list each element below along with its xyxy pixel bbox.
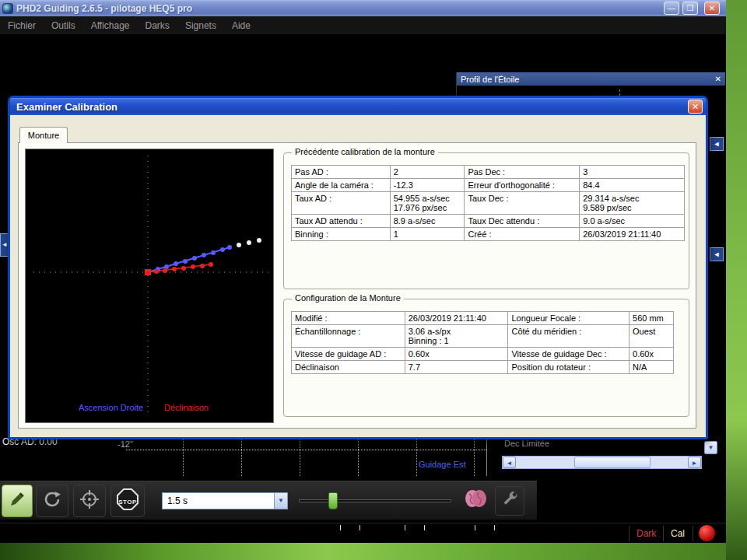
advanced-settings-button[interactable] xyxy=(461,486,490,516)
toolbar: STOP 1.5 s ▼ xyxy=(0,481,726,523)
minimize-button[interactable]: — xyxy=(664,2,679,15)
grid-line xyxy=(300,434,300,476)
table-row: Taux AD attendu :8.9 a-s/secTaux Dec att… xyxy=(292,215,685,228)
pencil-icon xyxy=(8,490,26,512)
table-label-cell: Position du rotateur : xyxy=(508,361,630,374)
guide-button[interactable] xyxy=(73,485,106,517)
grid-line xyxy=(126,450,486,450)
tab-monture[interactable]: Monture xyxy=(19,127,68,143)
table-value-cell: N/A xyxy=(630,361,674,374)
table-value-cell: 26/03/2019 21:11:40 xyxy=(405,312,508,325)
dialog-body: Monture Ascension Droite Déclinaison Pré… xyxy=(10,115,706,437)
table-label-cell: Déclinaison xyxy=(292,361,405,374)
horizontal-scrollbar[interactable]: ◄ ► xyxy=(502,456,702,469)
loop-icon xyxy=(42,489,62,513)
table-label-cell: Longueur Focale : xyxy=(508,312,630,325)
camera-select-button[interactable] xyxy=(2,485,33,517)
table-row: Vitesse de guidage AD :0.60xVitesse de g… xyxy=(292,348,674,361)
table-value-cell: 9.0 a-s/sec xyxy=(580,215,685,228)
table-value-cell: 7.7 xyxy=(405,361,508,374)
star-profile-titlebar: Profil de l'Étoile ✕ xyxy=(457,72,725,86)
menu-item-fichier[interactable]: Fichier xyxy=(8,20,36,31)
dark-status-label: Dark xyxy=(637,528,656,539)
table-value-cell: 29.314 a-s/sec 9.589 px/sec xyxy=(580,192,685,215)
table-label-cell: Angle de la caméra : xyxy=(292,179,391,192)
menu-item-signets[interactable]: Signets xyxy=(185,20,216,31)
calibration-dialog: Examiner Calibration ✕ Monture Ascension… xyxy=(8,96,708,439)
status-tick xyxy=(359,525,360,530)
table-value-cell: Ouest xyxy=(630,325,674,348)
chevron-down-icon[interactable]: ▼ xyxy=(274,493,287,509)
stop-button[interactable]: STOP xyxy=(110,485,145,517)
stretch-slider[interactable] xyxy=(299,492,451,509)
scrollbar-thumb[interactable] xyxy=(574,457,651,468)
status-separator xyxy=(693,526,693,541)
grid-line xyxy=(358,434,359,476)
table-label-cell: Taux AD attendu : xyxy=(292,215,391,228)
table-label-cell: Taux Dec attendu : xyxy=(465,215,580,228)
table-row: Taux AD :54.955 a-s/sec 17.976 px/secTau… xyxy=(292,192,685,215)
dialog-titlebar[interactable]: Examiner Calibration ✕ xyxy=(10,98,706,115)
target-icon xyxy=(79,489,100,513)
calibration-plot: Ascension Droite Déclinaison xyxy=(25,149,274,423)
close-icon[interactable]: ✕ xyxy=(715,75,721,83)
table-label-cell: Vitesse de guidage AD : xyxy=(292,348,405,361)
table-row: Déclinaison7.7Position du rotateur :N/A xyxy=(292,361,674,374)
status-separator xyxy=(663,526,664,541)
table-label-cell: Taux AD : xyxy=(292,192,391,215)
scroll-left-icon[interactable]: ◄ xyxy=(503,457,516,468)
dock-collapse-icon[interactable]: ◄ xyxy=(710,137,724,151)
status-tick xyxy=(340,525,341,530)
exposure-value: 1.5 s xyxy=(163,495,274,506)
table-label-cell: Créé : xyxy=(465,228,580,241)
graph-scale-label: -12" xyxy=(117,439,133,449)
table-row: Angle de la caméra :-12.3Erreur d'orthog… xyxy=(292,179,685,192)
table-label-cell: Vitesse de guidage Dec : xyxy=(508,348,630,361)
desktop-wallpaper xyxy=(0,543,726,560)
status-lamp-icon xyxy=(699,525,715,541)
group-title: Configuration de la Monture xyxy=(292,293,404,303)
close-button[interactable]: ✕ xyxy=(704,2,720,15)
dialog-title: Examiner Calibration xyxy=(16,101,117,113)
maximize-button[interactable]: ❒ xyxy=(682,2,698,15)
loop-exposure-button[interactable] xyxy=(36,485,68,517)
dock-collapse-icon[interactable]: ◄ xyxy=(710,247,724,261)
app-icon xyxy=(2,3,13,14)
exposure-select[interactable]: 1.5 s ▼ xyxy=(162,492,288,509)
history-graph xyxy=(126,434,487,476)
camera-settings-button[interactable] xyxy=(495,486,524,516)
table-label-cell: Pas AD : xyxy=(292,166,391,179)
table-value-cell: -12.3 xyxy=(390,179,465,192)
table-label-cell: Binning : xyxy=(292,228,391,241)
status-separator xyxy=(629,526,630,541)
table-row: Pas AD :2Pas Dec :3 xyxy=(292,166,685,179)
tab-page: Ascension Droite Déclinaison Précédente … xyxy=(18,142,696,429)
table-row: Échantillonnage :3.06 a-s/px Binning : 1… xyxy=(292,325,674,348)
window-title: PHD2 Guiding 2.6.5 - pilotage HEQ5 pro xyxy=(16,3,192,14)
menu-item-aide[interactable]: Aide xyxy=(232,20,251,31)
grid-line xyxy=(241,434,242,476)
table-value-cell: 8.9 a-s/sec xyxy=(390,215,465,228)
table-value-cell: 0.60x xyxy=(630,348,674,361)
table-label-cell: Taux Dec : xyxy=(465,192,580,215)
menu-item-darks[interactable]: Darks xyxy=(146,20,170,31)
scroll-right-icon[interactable]: ► xyxy=(688,457,701,468)
legend-ra: Ascension Droite xyxy=(79,403,143,412)
menu-item-outils[interactable]: Outils xyxy=(51,20,75,31)
menu-item-affichage[interactable]: Affichage xyxy=(91,20,130,31)
slider-handle[interactable] xyxy=(328,492,338,509)
table-row: Binning :1Créé :26/03/2019 21:11:40 xyxy=(292,228,685,241)
cal-status-label: Cal xyxy=(671,528,685,539)
table-value-cell: 560 mm xyxy=(630,312,674,325)
grid-line xyxy=(416,434,417,476)
status-tick xyxy=(424,525,425,530)
table-label-cell: Côté du méridien : xyxy=(508,325,630,348)
scroll-down-icon[interactable]: ▼ xyxy=(704,441,717,454)
group-mount-config: Configuration de la Monture Modifié :26/… xyxy=(283,299,689,417)
table-value-cell: 3 xyxy=(580,166,685,179)
close-icon[interactable]: ✕ xyxy=(688,100,703,114)
star-profile-title: Profil de l'Étoile xyxy=(461,75,519,84)
dec-limited-label: Dec Limitée xyxy=(504,439,549,448)
table-label-cell: Erreur d'orthogonalité : xyxy=(465,179,580,192)
table-value-cell: 2 xyxy=(390,166,465,179)
